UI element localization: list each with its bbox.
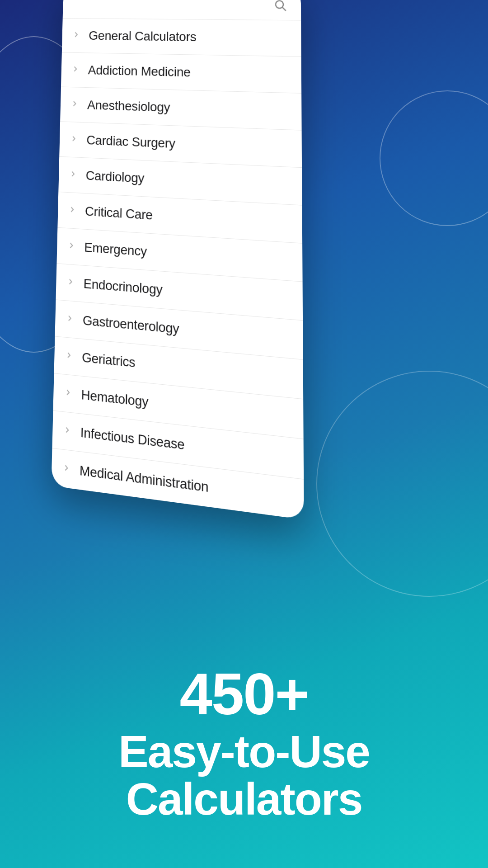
chevron-right-icon [63,425,80,438]
specialty-list: General CalculatorsAddiction MedicineAne… [51,19,304,520]
search-bar [63,0,301,20]
subtitle-line1-text: Easy-to-Use [118,726,370,777]
chevron-right-icon [67,241,84,252]
chevron-right-icon [62,463,80,476]
bottom-section: 450+ Easy-to-Use Calculators [0,665,488,823]
item-label-addiction-medicine: Addiction Medicine [88,63,190,80]
search-button[interactable] [270,0,291,15]
item-label-cardiac-surgery: Cardiac Surgery [86,133,175,151]
item-label-geriatrics: Geriatrics [82,350,136,371]
chevron-right-icon [66,314,83,326]
svg-point-0 [276,0,283,8]
svg-line-1 [283,8,286,10]
chevron-right-icon [71,99,88,110]
phone-card: General CalculatorsAddiction MedicineAne… [51,0,304,519]
item-label-general-calculators: General Calculators [89,28,197,44]
chevron-right-icon [69,170,86,180]
calculator-count: 450+ [27,665,461,723]
item-label-cardiology: Cardiology [85,168,144,186]
item-label-medical-administration: Medical Administration [80,463,209,496]
decorative-arc-right-top [380,90,488,226]
decorative-arc-right-bottom [316,371,488,597]
chevron-right-icon [70,134,87,145]
item-label-infectious-disease: Infectious Disease [80,425,184,453]
item-label-hematology: Hematology [81,387,148,410]
list-item-general-calculators[interactable]: General Calculators [62,19,301,57]
chevron-right-icon [68,205,85,217]
item-label-endocrinology: Endocrinology [83,276,162,298]
subtitle-line2-text: Calculators [126,774,362,824]
chevron-right-icon [64,388,81,401]
subtitle-line1: Easy-to-Use Calculators [27,728,461,823]
item-label-anesthesiology: Anesthesiology [87,98,170,115]
item-label-emergency: Emergency [84,240,147,259]
chevron-right-icon [71,65,88,75]
search-icon [273,0,286,12]
item-label-critical-care: Critical Care [85,204,153,223]
chevron-right-icon [72,31,89,41]
chevron-right-icon [65,350,82,363]
item-label-gastroenterology: Gastroenterology [83,313,179,337]
chevron-right-icon [66,277,84,289]
list-item-addiction-medicine[interactable]: Addiction Medicine [61,52,301,93]
